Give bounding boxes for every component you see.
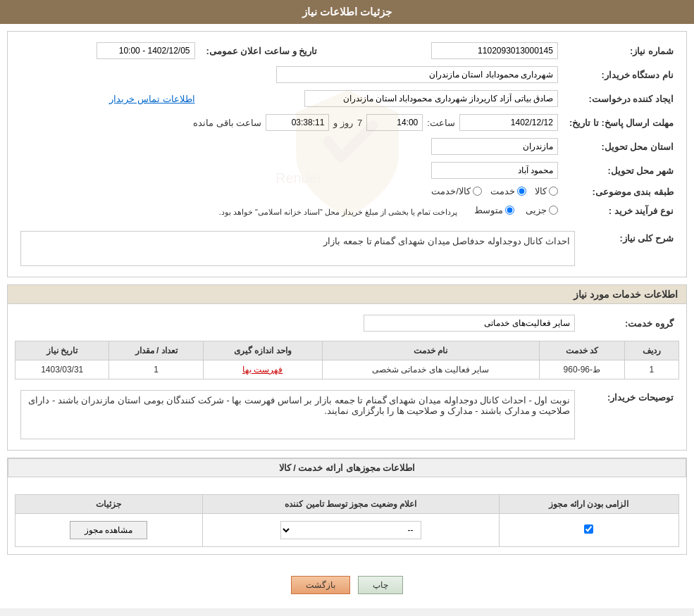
etelaatTamas-link[interactable]: اطلاعات تماس خریدار [109,94,194,104]
khedmat-radio-item[interactable]: خدمت [490,186,526,196]
perm-elzami-cell [499,514,678,547]
chap-button[interactable]: چاپ [358,576,403,594]
col-tarikh: تاریخ نیاز [16,341,109,360]
kala-label: کالا [535,186,547,196]
shahr-input[interactable] [431,162,558,179]
ostan-value [15,134,564,158]
kalakhedmat-radio-item[interactable]: کالا/خدمت [431,186,482,196]
perm-elzami-checkbox[interactable] [584,524,593,534]
mottasat-label: متوسط [474,205,503,215]
mohlat-label: مهلت ارسال پاسخ: تا تاریخ: [564,111,679,134]
sharh-section: شرح کلی نیاز: احداث کانال دوجداوله حدفاص… [15,227,679,270]
perm-joziyat-cell: مشاهده مجوز [16,514,203,547]
bazgasht-button[interactable]: بازگشت [291,576,350,594]
mojavez-title: اطلاعات مجوزهای ارائه خدمت / کالا [8,458,686,477]
grohe-khadamat-table: گروه خدمت: [15,311,679,335]
khadamat-section: اطلاعات خدمات مورد نیاز گروه خدمت: ردیف … [7,284,687,451]
ejaad-label: ایجاد کننده درخواست: [564,87,679,111]
permissions-table: الزامی بودن ارائه مجوز اعلام وضعیت مجوز … [15,494,679,547]
shahr-label: شهر محل تحویل: [564,158,679,182]
col-kod: کد خدمت [539,341,624,360]
tosih-value: نوبت اول - احداث کانال دوجداوله میدان شه… [15,386,581,443]
ejaad-value [201,87,564,111]
tabaghe-value: کالا خدمت کالا/خدمت [15,182,564,201]
saatBaghimande-label: ساعت باقی مانده [193,118,261,128]
services-table: ردیف کد خدمت نام خدمت واحد اندازه گیری ت… [15,341,679,379]
mojavez-section: اطلاعات مجوزهای ارائه خدمت / کالا الزامی… [7,458,687,555]
remaining-input[interactable] [266,114,329,131]
tarikh-input[interactable] [97,42,195,59]
sharh-label: شرح کلی نیاز: [581,227,679,270]
tosih-section: توصیحات خریدار: نوبت اول - احداث کانال د… [15,386,679,443]
mottasat-radio-item[interactable]: متوسط [474,205,514,215]
nam-dastgah-value [15,63,564,87]
rooz-label: روز و [333,118,353,128]
grohe-value [15,311,581,335]
saaat-label: ساعت: [427,118,455,128]
info-form-table: شماره نیاز: تاریخ و ساعت اعلان عمومی: نا… [15,39,679,220]
perm-col-joziyat: جزئیات [16,495,203,514]
moshahedeh-mojavez-button[interactable]: مشاهده مجوز [70,521,147,539]
jozi-radio[interactable] [549,206,558,215]
farayand-notice: پرداخت تمام یا بخشی از مبلغ خریداز محل "… [219,208,458,216]
tosih-box: نوبت اول - احداث کانال دوجداوله میدان شه… [20,390,575,439]
fhrest-link[interactable]: فهرست بها [242,365,283,375]
row-radif: 1 [624,360,678,379]
rooz-value: 7 [357,118,362,128]
ostan-input[interactable] [431,138,558,155]
farayand-label: نوع فرآیند خرید : [564,201,679,220]
kalakhedmat-radio[interactable] [473,187,482,196]
perm-select[interactable]: -- [280,521,421,539]
col-tedad: تعداد / مقدار [109,341,203,360]
perm-row: -- مشاهده مجوز [16,514,679,547]
kala-radio[interactable] [549,187,558,196]
khedmat-label: خدمت [490,186,515,196]
sharh-box: احداث کانال دوجداوله حدفاصل میدان شهدای … [20,231,575,266]
kala-radio-item[interactable]: کالا [535,186,558,196]
khadamat-title: اطلاعات خدمات مورد نیاز [8,285,686,304]
perm-col-ealamvaziyat: اعلام وضعیت مجوز توسط تامین کننده [202,495,499,514]
kalakhedmat-label: کالا/خدمت [431,186,471,196]
mottasat-radio[interactable] [505,206,514,215]
perm-col-elzami: الزامی بودن ارائه مجوز [499,495,678,514]
grohe-input[interactable] [364,315,575,332]
table-row: 1 ط-96-960 سایر فعالیت های خدماتی شخصی ف… [16,360,679,379]
col-vahed: واحد اندازه گیری [203,341,322,360]
row-nam: سایر فعالیت های خدماتی شخصی [322,360,539,379]
nam-dastgah-label: نام دستگاه خریدار: [564,63,679,87]
col-nam: نام خدمت [322,341,539,360]
farayand-value: جزیی متوسط پرداخت تمام یا بخشی از مبلغ خ… [15,201,564,220]
saaat-input[interactable] [366,114,423,131]
row-tarikh: 1403/03/31 [16,360,109,379]
tarikh-value [15,39,201,63]
shomare-niaz-label: شماره نیاز: [564,39,679,63]
shomare-niaz-input[interactable] [431,42,558,59]
jozi-radio-item[interactable]: جزیی [526,205,558,215]
sharh-value: احداث کانال دوجداوله حدفاصل میدان شهدای … [15,227,581,270]
tabaghe-label: طبقه بندی موضوعی: [564,182,679,201]
row-tedad: 1 [109,360,203,379]
tosih-label: توصیحات خریدار: [581,386,679,443]
main-info-section: AnaRender شماره نیاز: تاریخ و ساعت اعلان… [7,31,687,277]
jozi-label: جزیی [526,205,547,215]
row-vahed: فهرست بها [203,360,322,379]
ostan-label: استان محل تحویل: [564,134,679,158]
shahr-value [15,158,564,182]
khedmat-radio[interactable] [517,187,526,196]
mohlat-value: ساعت: 7 روز و ساعت باقی مانده [15,111,564,134]
ejaad-input[interactable] [304,90,558,107]
perm-ealamvaziyat-cell: -- [202,514,499,547]
tarikh-label: تاریخ و ساعت اعلان عمومی: [201,39,323,63]
nam-dastgah-input[interactable] [276,66,558,83]
grohe-label: گروه خدمت: [581,311,679,335]
footer-buttons: چاپ بازگشت [0,562,694,608]
col-radif: ردیف [624,341,678,360]
etela-tamas-cell: اطلاعات تماس خریدار [15,87,201,111]
tarikh2-input[interactable] [459,114,558,131]
row-kod: ط-96-960 [539,360,624,379]
shomare-niaz-value [323,39,564,63]
page-title: جزئیات اطلاعات نیاز [0,0,694,24]
